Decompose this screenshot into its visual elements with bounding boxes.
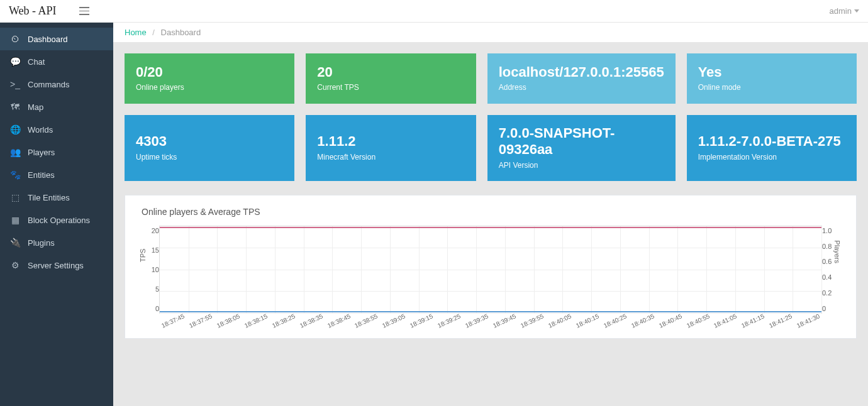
breadcrumb-home[interactable]: Home xyxy=(125,28,147,37)
sidebar-item-label: Plugins xyxy=(28,238,55,248)
y-left-axis: 20151050 xyxy=(142,226,159,314)
brand: Web - API xyxy=(9,4,57,18)
y-right-tick: 0 xyxy=(822,305,840,312)
breadcrumb: Home / Dashboard xyxy=(113,23,868,42)
stat-label: Uptime ticks xyxy=(136,153,283,162)
sidebar-item-worlds[interactable]: 🌐Worlds xyxy=(0,118,113,141)
x-tick: 18:39:25 xyxy=(435,312,463,330)
series-players-line xyxy=(160,311,821,312)
stat-cards: 0/20Online players20Current TPSlocalhost… xyxy=(125,53,857,181)
x-tick: 18:38:25 xyxy=(269,312,297,330)
x-tick: 18:39:35 xyxy=(463,312,491,330)
x-tick: 18:41:05 xyxy=(711,312,739,330)
x-tick: 18:37:55 xyxy=(187,312,214,330)
main: Home / Dashboard 0/20Online players20Cur… xyxy=(113,23,868,406)
y-right-tick: 0.2 xyxy=(822,289,840,297)
stat-value: localhost/127.0.0.1:25565 xyxy=(499,64,664,80)
sidebar-icon: 👥 xyxy=(10,147,20,157)
y-left-label: TPS xyxy=(139,248,147,261)
sidebar-icon: 🌐 xyxy=(10,124,20,134)
stat-value: 1.11.2 xyxy=(317,133,464,150)
x-axis: 18:37:4518:37:5518:38:0518:38:1518:38:25… xyxy=(142,314,840,324)
sidebar-item-commands[interactable]: >_Commands xyxy=(0,73,113,96)
sidebar-icon: ⏲ xyxy=(10,34,20,44)
x-tick: 18:40:25 xyxy=(601,312,628,330)
chart-title: Online players & Average TPS xyxy=(142,207,840,217)
stat-card: YesOnline mode xyxy=(687,53,857,104)
y-left-tick: 0 xyxy=(142,305,159,312)
sidebar-icon: ▦ xyxy=(10,215,20,225)
x-tick: 18:38:35 xyxy=(297,312,325,330)
sidebar-icon: 🗺 xyxy=(10,102,20,112)
sidebar-item-server-settings[interactable]: ⚙Server Settings xyxy=(0,254,113,277)
y-left-tick: 10 xyxy=(142,266,159,273)
sidebar-item-label: Block Operations xyxy=(28,216,90,225)
x-tick: 18:37:45 xyxy=(159,312,187,330)
y-right-label: Players xyxy=(833,240,841,263)
y-left-tick: 5 xyxy=(142,285,159,293)
sidebar-icon: 🐾 xyxy=(10,170,20,180)
stat-label: Current TPS xyxy=(317,83,464,92)
stat-card: localhost/127.0.0.1:25565Address xyxy=(487,53,676,104)
x-tick: 18:38:05 xyxy=(214,312,242,330)
x-tick: 18:38:15 xyxy=(242,312,269,330)
chevron-down-icon xyxy=(854,9,859,13)
x-tick: 18:39:05 xyxy=(380,312,408,330)
sidebar-icon: ⚙ xyxy=(10,260,20,270)
sidebar-item-label: Entities xyxy=(28,170,55,180)
x-tick: 18:41:15 xyxy=(739,312,767,330)
x-tick: 18:40:45 xyxy=(656,312,684,330)
stat-card: 4303Uptime ticks xyxy=(125,115,294,181)
sidebar-item-label: Dashboard xyxy=(28,35,68,44)
stat-card: 7.0.0-SNAPSHOT-09326aaAPI Version xyxy=(487,115,676,181)
x-tick: 18:39:45 xyxy=(491,312,518,330)
stat-card: 0/20Online players xyxy=(125,53,294,104)
menu-toggle-icon[interactable] xyxy=(77,4,92,18)
stat-value: 20 xyxy=(317,64,464,80)
sidebar-item-block-operations[interactable]: ▦Block Operations xyxy=(0,209,113,231)
x-tick: 18:39:15 xyxy=(408,312,435,330)
x-tick: 18:38:45 xyxy=(325,312,352,330)
chart-plot xyxy=(159,226,822,314)
stat-label: Implementation Version xyxy=(698,153,845,162)
stat-card: 1.11.2Minecraft Version xyxy=(306,115,476,181)
breadcrumb-current: Dashboard xyxy=(161,28,201,37)
x-tick: 18:41:30 xyxy=(794,312,822,330)
topbar: Web - API admin xyxy=(0,0,868,23)
sidebar-icon: 🔌 xyxy=(10,238,20,248)
stat-label: Address xyxy=(499,83,664,92)
y-right-axis: 1.00.80.60.40.20 xyxy=(822,226,840,314)
sidebar-item-map[interactable]: 🗺Map xyxy=(0,96,113,118)
sidebar-item-label: Map xyxy=(28,102,43,112)
chart-panel: Online players & Average TPS TPS 2015105… xyxy=(125,195,857,339)
sidebar-item-plugins[interactable]: 🔌Plugins xyxy=(0,231,113,254)
stat-value: 4303 xyxy=(136,133,283,150)
sidebar-item-entities[interactable]: 🐾Entities xyxy=(0,163,113,186)
stat-label: Online mode xyxy=(698,83,845,92)
stat-label: Minecraft Version xyxy=(317,153,464,162)
stat-label: API Version xyxy=(499,161,664,170)
user-menu[interactable]: admin xyxy=(830,6,859,16)
x-tick: 18:40:55 xyxy=(684,312,711,330)
sidebar-item-dashboard[interactable]: ⏲Dashboard xyxy=(0,28,113,50)
stat-value: 7.0.0-SNAPSHOT-09326aa xyxy=(499,125,664,158)
sidebar-item-label: Tile Entities xyxy=(28,193,70,202)
x-tick: 18:40:35 xyxy=(628,312,656,330)
stat-value: 0/20 xyxy=(136,64,283,80)
sidebar-item-label: Server Settings xyxy=(28,261,84,270)
stat-card: 20Current TPS xyxy=(306,53,476,104)
chart: TPS 20151050 1.00.80.60.40.20 Players xyxy=(142,226,840,314)
sidebar-icon: >_ xyxy=(10,79,20,89)
x-tick: 18:41:25 xyxy=(767,312,794,330)
y-left-tick: 20 xyxy=(142,227,159,234)
sidebar-icon: 💬 xyxy=(10,57,20,67)
stat-value: Yes xyxy=(698,64,845,80)
sidebar-item-chat[interactable]: 💬Chat xyxy=(0,50,113,73)
y-right-tick: 1.0 xyxy=(822,227,840,234)
x-tick: 18:40:05 xyxy=(546,312,574,330)
sidebar-item-tile-entities[interactable]: ⬚Tile Entities xyxy=(0,186,113,209)
sidebar-icon: ⬚ xyxy=(10,192,20,202)
breadcrumb-sep: / xyxy=(152,28,155,37)
sidebar-item-label: Players xyxy=(28,148,55,157)
sidebar-item-players[interactable]: 👥Players xyxy=(0,141,113,163)
